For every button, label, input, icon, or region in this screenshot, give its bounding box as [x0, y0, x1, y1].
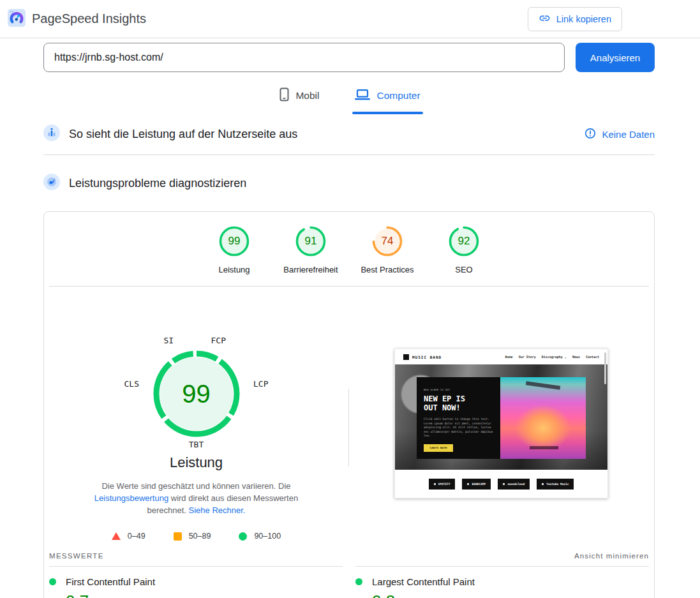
performance-overview: SI FCP CLS LCP TBT 99 Leistung Die Werte… [44, 287, 654, 541]
preview-cta-button: Learn more [424, 444, 453, 452]
field-data-title: So sieht die Leistung auf der Nutzerseit… [69, 128, 297, 141]
no-data-link[interactable]: Keine Daten [585, 128, 655, 141]
average-square-icon [174, 532, 182, 541]
score-label: Leistung [218, 265, 249, 274]
score-value: 92 [449, 226, 479, 257]
preview-nav: Home Our Story Discography ⌄ News Contac… [505, 355, 599, 359]
diagnose-gauge-icon [43, 174, 60, 193]
performance-gauge-column: SI FCP CLS LCP TBT 99 Leistung Die Werte… [44, 287, 348, 541]
score-accessibility[interactable]: 91 Barrierefreiheit [272, 226, 349, 274]
preview-album-art [500, 377, 586, 459]
info-icon [585, 128, 596, 141]
collapse-view-link[interactable]: Ansicht minimieren [574, 552, 649, 560]
legend-pass: 90–100 [239, 532, 281, 541]
field-data-icon [43, 124, 60, 144]
disclaimer-text: Die Werte sind geschätzt und können vari… [101, 481, 290, 491]
preview-logo-text: MUSIC BAND [412, 355, 442, 359]
field-data-section-header: So sieht die Leistung auf der Nutzerseit… [43, 114, 655, 154]
legend-average-range: 50–89 [189, 532, 211, 541]
score-label: Best Practices [361, 265, 413, 274]
column-divider [348, 389, 349, 467]
preview-logo-icon [403, 354, 409, 360]
preview-nav-item: Home [505, 355, 513, 359]
score-value: 91 [295, 226, 326, 257]
metrics-section-title: MESSWERTE [49, 552, 104, 560]
tab-mobile[interactable]: Mobil [279, 87, 319, 114]
preview-navbar: MUSIC BAND Home Our Story Discography ⌄ … [395, 349, 607, 364]
preview-spotify-button: SPOTIFY [429, 479, 456, 490]
phone-icon [279, 87, 289, 104]
metric-fcp: First Contentful Paint 0,7 s [49, 567, 343, 598]
metric-value: 0,8 s [372, 592, 649, 598]
preview-scrollbar [604, 352, 606, 384]
legend-pass-range: 90–100 [254, 532, 281, 541]
preview-nav-item: News [572, 355, 580, 359]
analyze-button[interactable]: Analysieren [576, 43, 655, 72]
score-best-practices[interactable]: 74 Best Practices [349, 226, 426, 274]
preview-nav-item: Our Story [519, 355, 536, 359]
laptop-icon [355, 89, 370, 103]
preview-nav-item: Contact [586, 355, 599, 359]
gauge-score: 99 [149, 346, 244, 442]
lighthouse-report-card: 99 Leistung 91 Barrierefreiheit 74 [43, 211, 655, 598]
preview-body-text: Click edit button to change this text. L… [424, 417, 493, 438]
score-label: Barrierefreiheit [283, 265, 338, 274]
screenshot-column: MUSIC BAND Home Our Story Discography ⌄ … [348, 287, 654, 541]
metric-name: First Contentful Paint [66, 576, 155, 587]
preview-nav-item: Discography ⌄ [542, 355, 567, 359]
preview-headline-line2: OUT NOW! [424, 403, 493, 412]
preview-bandcamp-button: BANDCAMP [462, 479, 491, 490]
preview-hero-panel: NEW ALBUM IS OUT NEW EP IS OUT NOW! Clic… [417, 377, 500, 459]
diagnose-section-header: Leistungsprobleme diagnostizieren [43, 155, 655, 204]
metric-pass-dot-icon [355, 578, 362, 585]
gauge-metric-si: SI [164, 336, 174, 345]
metric-name: Largest Contentful Paint [372, 576, 475, 587]
calculator-link[interactable]: Siehe Rechner. [189, 505, 246, 515]
app-header: PageSpeed Insights Link kopieren [0, 0, 700, 38]
score-value: 74 [372, 226, 403, 257]
app-title: PageSpeed Insights [32, 11, 146, 26]
score-value: 99 [219, 226, 249, 257]
diagnose-title: Leistungsprobleme diagnostizieren [69, 177, 246, 190]
preview-platform-buttons: SPOTIFY BANDCAMP soundcloud Youtube Musi… [395, 470, 607, 498]
tab-desktop[interactable]: Computer [355, 87, 420, 114]
metrics-left-column: MESSWERTE First Contentful Paint 0,7 s [49, 552, 343, 598]
metrics-section: MESSWERTE First Contentful Paint 0,7 s A… [49, 552, 649, 598]
tab-desktop-label: Computer [376, 90, 420, 101]
copy-link-button[interactable]: Link kopieren [528, 7, 622, 31]
score-legend: 0–49 50–89 90–100 [112, 532, 281, 541]
category-scores-row: 99 Leistung 91 Barrierefreiheit 74 [44, 212, 654, 286]
score-performance[interactable]: 99 Leistung [196, 226, 272, 274]
preview-headline: NEW EP IS OUT NOW! [424, 394, 493, 412]
gauge-metric-cls: CLS [124, 379, 139, 389]
fail-triangle-icon [112, 532, 121, 540]
scoring-link[interactable]: Leistungsbewertung [94, 493, 168, 503]
preview-soundcloud-button: soundcloud [498, 479, 530, 490]
legend-average: 50–89 [174, 532, 211, 541]
score-disclaimer: Die Werte sind geschätzt und können vari… [91, 480, 302, 516]
legend-fail-range: 0–49 [128, 532, 145, 541]
pass-circle-icon [239, 532, 247, 541]
url-input[interactable] [43, 43, 565, 72]
gauge-title: Leistung [170, 454, 223, 471]
score-label: SEO [455, 265, 472, 274]
final-screenshot: MUSIC BAND Home Our Story Discography ⌄ … [394, 348, 608, 498]
tab-mobile-label: Mobil [295, 90, 319, 101]
performance-gauge: SI FCP CLS LCP TBT 99 [123, 336, 270, 449]
link-icon [539, 12, 551, 26]
device-tabs: Mobil Computer [0, 87, 700, 114]
gauge-metric-fcp: FCP [211, 336, 226, 345]
url-bar: Analysieren [43, 43, 655, 72]
metric-value: 0,7 s [66, 592, 343, 598]
legend-fail: 0–49 [112, 532, 145, 541]
gauge-metric-lcp: LCP [253, 379, 268, 389]
preview-kicker: NEW ALBUM IS OUT [424, 389, 493, 391]
preview-youtube-music-button: Youtube Music [537, 479, 574, 490]
pagespeed-logo-icon [8, 9, 26, 29]
score-seo[interactable]: 92 SEO [426, 226, 502, 274]
metrics-right-column: Ansicht minimieren Largest Contentful Pa… [355, 552, 649, 598]
metric-lcp: Largest Contentful Paint 0,8 s [355, 567, 649, 598]
preview-headline-line1: NEW EP IS [424, 394, 493, 403]
copy-link-label: Link kopieren [556, 14, 611, 24]
no-data-label: Keine Daten [602, 129, 655, 140]
